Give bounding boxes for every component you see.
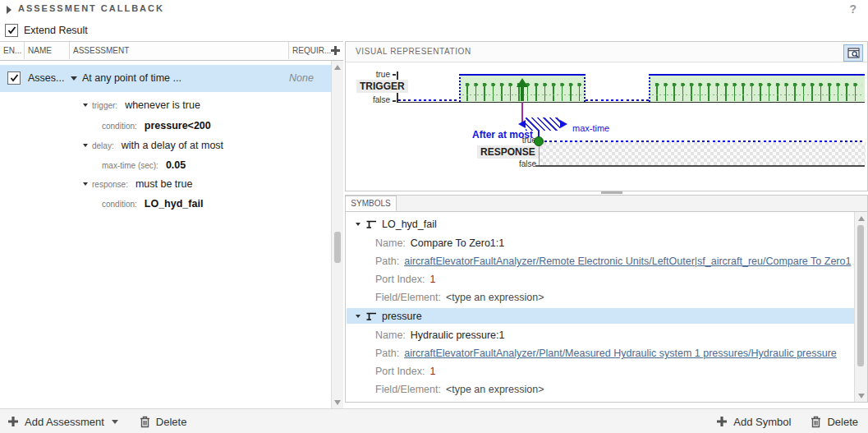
trigger-condition-value[interactable]: pressure<200 <box>145 120 211 131</box>
trigger-value[interactable]: whenever is true <box>125 99 200 111</box>
column-name: NAME <box>25 42 70 59</box>
assessment-summary[interactable]: At any point of time ... <box>71 72 181 84</box>
symbols-tab-strip: SYMBOLS <box>346 196 867 212</box>
trigger-event-arrow-stem <box>521 87 524 101</box>
help-icon[interactable]: ? <box>849 2 857 16</box>
trigger-true-tick <box>393 74 396 76</box>
tree-row-response-condition[interactable]: condition: LO_hyd_fail <box>102 198 203 210</box>
add-symbol-button[interactable]: Add Symbol <box>716 409 791 433</box>
sample-stems <box>653 85 862 101</box>
response-false-label: false <box>503 159 536 168</box>
tree-row-trigger[interactable]: trigger: whenever is true <box>83 99 200 111</box>
assessment-scrollbar[interactable] <box>331 61 343 408</box>
symbols-list: LO_hyd_fail Name: Compare To Zero1:1 Pat… <box>346 212 855 402</box>
scrollbar-thumb[interactable] <box>857 225 864 366</box>
trigger-false-tick <box>393 100 396 102</box>
assessment-callback-header: ASSESSMENT CALLBACK ? <box>0 0 868 20</box>
scrollbar-thumb[interactable] <box>334 232 341 263</box>
trigger-signal-label: TRIGGER <box>356 80 408 93</box>
page-title: ASSESSMENT CALLBACK <box>18 3 164 13</box>
visual-panel-header: VISUAL REPRESENTATION <box>346 42 867 62</box>
trigger-pulse <box>649 74 865 102</box>
column-enabled: EN... <box>0 42 25 59</box>
scroll-up-icon[interactable] <box>855 212 867 224</box>
response-true-label: true <box>503 136 536 145</box>
assessment-requirement[interactable]: None <box>289 72 314 84</box>
response-signal-label: RESPONSE <box>477 145 539 159</box>
tab-symbols[interactable]: SYMBOLS <box>346 196 397 211</box>
response-unknown-region <box>539 142 866 166</box>
column-requirement: REQUIR... <box>289 42 332 59</box>
scroll-down-icon[interactable] <box>855 389 867 402</box>
splitter-grip-icon[interactable] <box>601 191 622 194</box>
trigger-event-arrow-icon <box>517 78 528 87</box>
max-time-annotation: max-time <box>572 123 609 133</box>
symbol-icon <box>365 311 377 321</box>
symbol-icon <box>365 219 377 229</box>
collapse-arrow-icon[interactable] <box>356 315 361 318</box>
scroll-down-icon[interactable] <box>332 396 343 408</box>
symbol-field-element: Field/Element: <type an expression> <box>375 289 544 306</box>
plus-icon <box>716 416 728 427</box>
tree-row-response[interactable]: response: must be true <box>83 178 192 190</box>
symbol-item-lo-hyd-fail[interactable]: LO_hyd_fail <box>347 216 855 232</box>
sample-baseline <box>652 94 863 95</box>
collapse-arrow-icon[interactable] <box>7 6 11 14</box>
collapse-arrow-icon[interactable] <box>83 104 88 107</box>
extend-result-row: Extend Result <box>5 24 88 37</box>
symbols-scrollbar[interactable] <box>854 212 867 402</box>
collapse-arrow-icon[interactable] <box>356 223 361 226</box>
expand-arrow-icon[interactable] <box>71 76 77 81</box>
check-icon <box>10 74 19 82</box>
visual-panel-title: VISUAL REPRESENTATION <box>356 47 471 56</box>
check-icon <box>7 26 16 35</box>
trash-icon <box>140 416 150 428</box>
assessment-enabled-checkbox[interactable] <box>7 71 21 85</box>
scroll-up-icon[interactable] <box>332 61 343 73</box>
trigger-true-label: true <box>357 70 390 79</box>
trigger-false-label: false <box>357 95 390 104</box>
fit-to-view-button[interactable] <box>843 44 863 62</box>
symbol-name: pressure <box>382 311 422 322</box>
symbol-field-port: Port Index: 1 <box>375 271 435 288</box>
trash-icon <box>811 416 821 428</box>
range-right-arrow-icon <box>560 120 567 128</box>
symbol-item-pressure[interactable]: pressure <box>347 308 855 324</box>
visual-representation-panel: VISUAL REPRESENTATION true TRIGGER false <box>345 41 868 191</box>
symbol-field-name: Name: Hydraulic pressure:1 <box>375 327 504 343</box>
symbol-path-link[interactable]: aircraftElevatorFaultAnalyzer/Plant/Meas… <box>404 348 837 359</box>
symbol-field-name: Name: Compare To Zero1:1 <box>375 235 504 251</box>
add-assessment-button[interactable]: Add Assessment <box>7 409 118 433</box>
delete-symbol-button[interactable]: Delete <box>811 409 858 433</box>
collapse-arrow-icon[interactable] <box>83 182 88 186</box>
fit-view-icon <box>847 48 860 58</box>
tree-row-max-time[interactable]: max-time (sec): 0.05 <box>102 159 186 171</box>
trigger-false-segment <box>398 99 459 101</box>
column-assessment: ASSESSMENT <box>70 42 289 59</box>
response-x-axis <box>539 165 865 167</box>
symbol-field-element: Field/Element: <type an expression> <box>375 381 544 398</box>
response-true-segment <box>544 140 865 142</box>
extend-result-checkbox[interactable] <box>5 24 18 37</box>
delay-value[interactable]: with a delay of at most <box>122 140 223 151</box>
tree-row-trigger-condition[interactable]: condition: pressure<200 <box>102 120 211 131</box>
symbol-field-path: Path: aircraftElevatorFaultAnalyzer/Plan… <box>375 345 837 362</box>
collapse-arrow-icon[interactable] <box>83 144 88 147</box>
max-time-value[interactable]: 0.05 <box>166 159 186 171</box>
assessment-row[interactable]: Asses... At any point of time ... None <box>0 65 331 92</box>
response-value[interactable]: must be true <box>135 178 192 190</box>
add-column-icon[interactable] <box>330 45 341 58</box>
response-condition-value[interactable]: LO_hyd_fail <box>145 198 204 210</box>
assessment-table-header: EN... NAME ASSESSMENT REQUIR... <box>0 41 343 61</box>
range-left-arrow-icon <box>518 120 526 128</box>
chevron-down-icon <box>112 420 118 424</box>
extend-result-label: Extend Result <box>24 25 88 36</box>
symbols-panel: SYMBOLS LO_hyd_fail Name: Compare To Zer… <box>345 195 868 403</box>
tree-row-delay[interactable]: delay: with a delay of at most <box>83 140 223 151</box>
symbol-field-port: Port Index: 1 <box>375 363 435 380</box>
delete-assessment-button[interactable]: Delete <box>140 409 187 433</box>
symbol-path-link[interactable]: aircraftElevatorFaultAnalyzer/Remote Ele… <box>404 256 851 267</box>
plus-icon <box>7 416 19 427</box>
response-event-dot <box>534 136 544 146</box>
assessment-name[interactable]: Asses... <box>28 72 64 84</box>
